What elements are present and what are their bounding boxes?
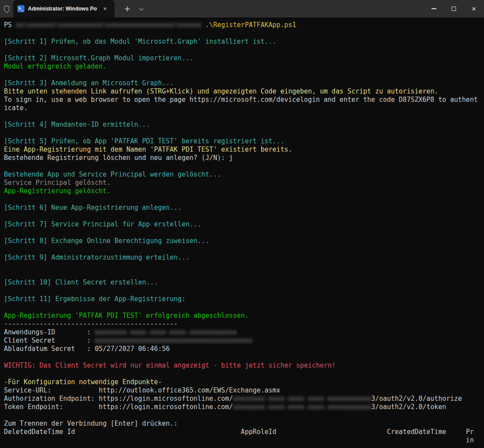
terminal-line: Anwendungs-ID : xxxxxxxx-xxxx-xxxx-xxxx-… [4,328,484,337]
terminal-line: [Schritt 10] Client Secret erstellen... [4,278,484,287]
terminal-line: [Schritt 3] Anmeldung an Microsoft Graph… [4,79,484,87]
maximize-button[interactable] [444,0,464,17]
terminal-line: App-Registrierung gelöscht. [4,187,484,195]
terminal-line [4,129,484,137]
terminal-line: [Schritt 1] Prüfen, ob das Modul 'Micros… [4,38,484,46]
titlebar[interactable]: > Administrator: Windows Powe ✕ + ✕ [0,0,484,17]
tab-powershell[interactable]: > Administrator: Windows Powe ✕ [13,0,115,17]
terminal-line: PS xx\xxxxxxx\xxxxxxxxxxx\xxxxxxxxxxxxxx… [4,21,484,29]
terminal-line [4,71,484,79]
terminal-line: Service Principal gelöscht. [4,179,484,187]
powershell-icon: > [17,5,24,12]
terminal-line: Bestehende Registrierung löschen und neu… [4,154,484,162]
terminal-line: Bitte unten stehenden Link aufrufen (STR… [4,87,484,96]
terminal-line: Authorization Endpoint: https://login.mi… [4,395,484,403]
terminal-line [4,212,484,220]
minimize-button[interactable] [424,0,444,17]
terminal-output[interactable]: PS xx\xxxxxxx\xxxxxxxxxxx\xxxxxxxxxxxxxx… [0,17,484,448]
terminal-line: To sign in, use a web browser to open th… [4,96,484,104]
terminal-line [4,162,484,170]
terminal-line [4,112,484,121]
close-button[interactable]: ✕ [464,0,484,17]
terminal-line [4,303,484,312]
minimize-icon [432,8,436,9]
terminal-line: Ablaufdatum Secret : 05/27/2027 06:46:56 [4,345,484,353]
terminal-line: ----------------------------------------… [4,320,484,328]
terminal-line [4,270,484,278]
terminal-line [4,46,484,54]
terminal-line: [Schritt 5] Prüfen, ob App 'PATFAK PDI T… [4,137,484,146]
terminal-window: > Administrator: Windows Powe ✕ + ✕ PS x… [0,0,484,448]
tab-title: Administrator: Windows Powe [28,6,97,12]
tab-close-button[interactable]: ✕ [101,4,109,13]
terminal-line: DeletedDateTime Id AppRoleId CreatedDate… [4,428,484,436]
chevron-down-icon [139,6,143,10]
terminal-line: Client Secret : xxxxxxxxxxxxxxxxxxxxxxxx… [4,337,484,345]
terminal-line [4,411,484,420]
maximize-icon [452,7,456,11]
terminal-line: Token Endpoint: https://login.microsofto… [4,403,484,411]
terminal-line: Service-URL: http://outlook.office365.co… [4,386,484,395]
terminal-line: -Für Konfiguration notwendige Endpunkte- [4,378,484,386]
terminal-line [4,370,484,378]
terminal-line: Zum Trennen der Verbindung [Enter] drück… [4,420,484,428]
terminal-line: WICHTIG: Das Client Secret wird nur einm… [4,361,484,370]
terminal-line: [Schritt 8] Exchange Online Berechtigung… [4,237,484,245]
terminal-line: [Schritt 11] Ergebnisse der App-Registri… [4,295,484,303]
admin-shield-icon [0,0,13,17]
terminal-line: Bestehende App und Service Principal wer… [4,170,484,179]
terminal-line: [Schritt 7] Service Principal für App er… [4,220,484,229]
terminal-line [4,229,484,237]
terminal-line [4,245,484,254]
terminal-line: [Schritt 4] Mandanten-ID ermitteln... [4,121,484,129]
terminal-line: [Schritt 2] Microsoft.Graph Modul import… [4,54,484,63]
window-controls: ✕ [424,0,484,17]
terminal-line [4,29,484,38]
terminal-line: Eine App-Registrierung mit dem Namen 'PA… [4,146,484,154]
terminal-line: [Schritt 9] Administratorzustimmung erte… [4,254,484,262]
terminal-line: [Schritt 6] Neue App-Registrierung anleg… [4,204,484,212]
terminal-line: in [4,436,484,445]
titlebar-drag-region[interactable] [148,0,424,17]
terminal-line: icate. [4,104,484,112]
tab-dropdown-button[interactable] [135,0,148,17]
terminal-line: App-Registrierung 'PATFAK PDI TEST' erfo… [4,312,484,320]
terminal-line [4,287,484,295]
terminal-line: Modul erfolgreich geladen. [4,63,484,71]
terminal-line [4,353,484,361]
terminal-line [4,262,484,270]
new-tab-button[interactable]: + [120,0,135,17]
terminal-line [4,195,484,204]
